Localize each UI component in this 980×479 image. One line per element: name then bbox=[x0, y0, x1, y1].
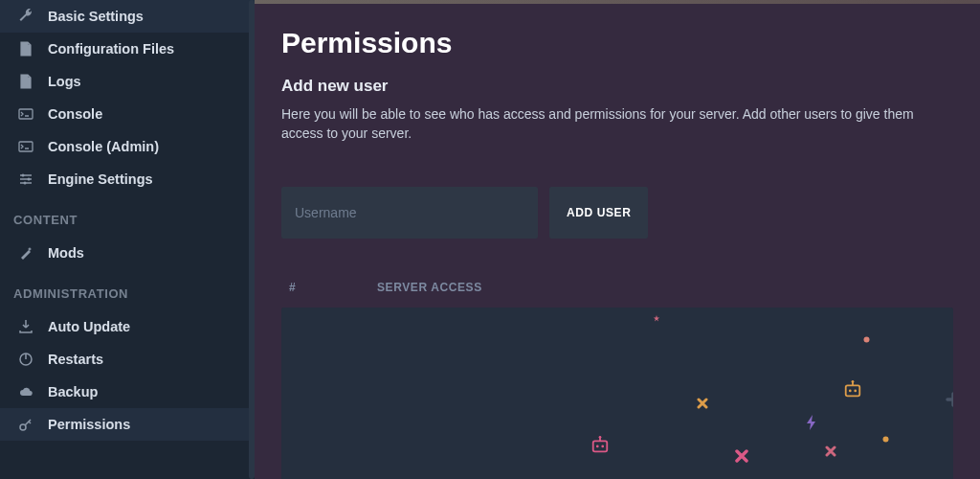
sliders-icon bbox=[17, 171, 34, 188]
svg-point-2 bbox=[22, 174, 25, 177]
column-server-access: SERVER ACCESS bbox=[377, 281, 482, 294]
sidebar: Basic SettingsConfiguration FilesLogsCon… bbox=[0, 0, 255, 479]
sidebar-section-content: CONTENT bbox=[0, 195, 255, 237]
username-input[interactable] bbox=[281, 187, 538, 239]
add-user-description: Here you will be able to see who has acc… bbox=[281, 105, 953, 143]
sidebar-item-basic-settings[interactable]: Basic Settings bbox=[0, 0, 255, 33]
wand-icon bbox=[17, 244, 34, 262]
robot-icon bbox=[590, 436, 611, 455]
robot-icon bbox=[842, 380, 863, 399]
dot-icon bbox=[863, 336, 870, 343]
main-content: Permissions Add new user Here you will b… bbox=[255, 0, 980, 479]
sidebar-item-configuration-files[interactable]: Configuration Files bbox=[0, 33, 255, 65]
add-user-row: ADD USER bbox=[281, 187, 953, 239]
sidebar-item-restarts[interactable]: Restarts bbox=[0, 343, 255, 376]
star-icon bbox=[653, 315, 660, 323]
x-icon bbox=[825, 445, 836, 457]
sidebar-item-label: Console bbox=[48, 106, 102, 122]
sidebar-item-permissions[interactable]: Permissions bbox=[0, 408, 255, 441]
svg-point-16 bbox=[601, 445, 604, 448]
sidebar-item-console[interactable]: Console bbox=[0, 98, 255, 130]
svg-point-4 bbox=[24, 182, 27, 185]
svg-point-15 bbox=[596, 445, 599, 448]
permissions-table-body bbox=[281, 308, 953, 479]
sidebar-item-label: Console (Admin) bbox=[48, 139, 159, 154]
terminal-icon bbox=[17, 105, 34, 123]
svg-point-13 bbox=[852, 380, 855, 383]
svg-point-11 bbox=[854, 390, 857, 393]
svg-rect-1 bbox=[19, 142, 33, 151]
svg-rect-0 bbox=[19, 109, 33, 119]
sidebar-item-label: Restarts bbox=[48, 352, 103, 367]
sidebar-item-auto-update[interactable]: Auto Update bbox=[0, 310, 255, 343]
sidebar-item-label: Configuration Files bbox=[48, 41, 174, 57]
svg-point-3 bbox=[28, 178, 31, 181]
svg-point-18 bbox=[599, 436, 602, 439]
key-icon bbox=[17, 416, 34, 433]
add-user-heading: Add new user bbox=[281, 77, 953, 96]
dot-icon bbox=[882, 436, 889, 443]
sidebar-item-backup[interactable]: Backup bbox=[0, 376, 255, 408]
sidebar-item-console-admin-[interactable]: Console (Admin) bbox=[0, 130, 255, 163]
sidebar-section-administration: ADMINISTRATION bbox=[0, 269, 255, 310]
terminal-icon bbox=[17, 138, 34, 155]
sidebar-item-label: Basic Settings bbox=[48, 9, 144, 24]
file-icon bbox=[17, 73, 34, 90]
svg-point-10 bbox=[849, 390, 852, 393]
power-icon bbox=[17, 351, 34, 368]
column-index: # bbox=[289, 281, 377, 294]
svg-point-19 bbox=[883, 437, 889, 443]
sidebar-item-label: Logs bbox=[48, 74, 81, 89]
svg-rect-9 bbox=[846, 386, 860, 397]
file-icon bbox=[17, 40, 34, 57]
x-icon bbox=[735, 449, 748, 463]
sidebar-item-label: Auto Update bbox=[48, 319, 130, 334]
permissions-table-header: # SERVER ACCESS bbox=[281, 277, 953, 308]
sidebar-item-engine-settings[interactable]: Engine Settings bbox=[0, 163, 255, 195]
svg-point-8 bbox=[864, 337, 870, 343]
plus-icon bbox=[946, 392, 953, 407]
svg-rect-14 bbox=[593, 442, 608, 452]
sidebar-item-label: Mods bbox=[48, 245, 84, 261]
sidebar-item-label: Permissions bbox=[48, 417, 130, 432]
sidebar-item-label: Engine Settings bbox=[48, 171, 153, 187]
add-user-button[interactable]: ADD USER bbox=[549, 187, 648, 239]
cloud-icon bbox=[17, 383, 34, 400]
page-title: Permissions bbox=[281, 27, 953, 59]
sidebar-item-logs[interactable]: Logs bbox=[0, 65, 255, 98]
x-icon bbox=[697, 398, 708, 409]
wrench-icon bbox=[17, 8, 34, 25]
sidebar-item-mods[interactable]: Mods bbox=[0, 237, 255, 269]
download-icon bbox=[17, 318, 34, 335]
bolt-icon bbox=[806, 415, 817, 430]
sidebar-item-label: Backup bbox=[48, 384, 98, 399]
